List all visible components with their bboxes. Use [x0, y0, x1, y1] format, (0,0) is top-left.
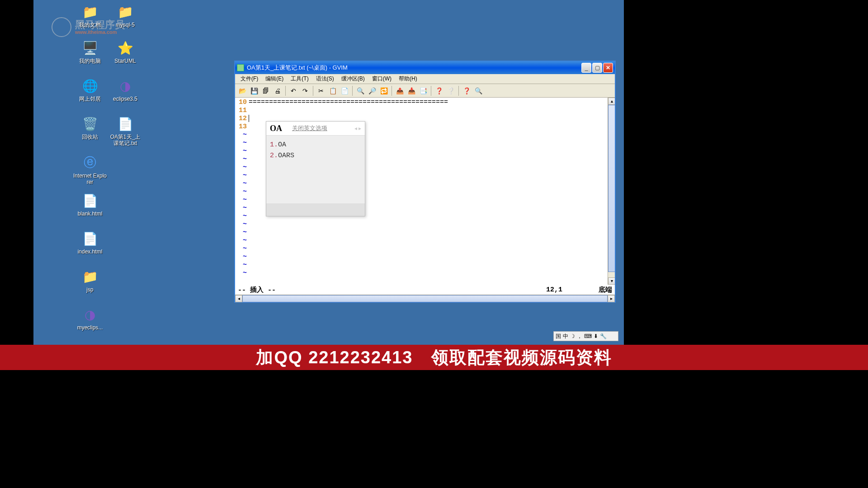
- menu-item[interactable]: 语法(S): [312, 74, 338, 84]
- icon-label: Internet Explorer: [72, 173, 108, 185]
- desktop-icon-blank[interactable]: 📄blank.html: [72, 192, 108, 217]
- gvim-app-icon: [237, 64, 244, 71]
- icon-label: OA第1天_上课笔记.txt: [108, 134, 143, 146]
- hscroll-thumb[interactable]: [242, 295, 608, 302]
- toolbar-button[interactable]: 📑: [418, 85, 429, 96]
- minimize-button[interactable]: _: [581, 63, 591, 73]
- horizontal-scrollbar[interactable]: ◂ ▸: [235, 295, 615, 302]
- icon-label: index.html: [72, 249, 108, 255]
- toolbar-button[interactable]: 🔁: [378, 85, 389, 96]
- menu-item[interactable]: 文件(F): [237, 74, 262, 84]
- gvim-window: OA第1天_上课笔记.txt (~\桌面) - GVIM _ ▢ ✕ 文件(F)…: [234, 61, 616, 303]
- scroll-thumb[interactable]: [608, 105, 615, 272]
- ime-candidate-list[interactable]: 1.OA2.OARS: [266, 136, 365, 203]
- ime-bar-button[interactable]: ☽: [570, 333, 575, 339]
- toolbar-separator: [313, 86, 313, 96]
- toolbar-button[interactable]: 🔎: [367, 85, 377, 96]
- toolbar-button[interactable]: 📥: [406, 85, 417, 96]
- ime-bar-button[interactable]: 国: [556, 333, 561, 340]
- eclipse35-icon: ◑: [116, 77, 134, 95]
- desktop-icon-ie[interactable]: ⓔInternet Explorer: [72, 154, 108, 185]
- toolbar-button[interactable]: 🔍: [473, 85, 484, 96]
- staruml-icon: ⭐: [116, 39, 134, 57]
- toolbar-button[interactable]: 📤: [394, 85, 405, 96]
- editor-line[interactable]: ========================================…: [249, 99, 608, 107]
- toolbar-button[interactable]: 📂: [237, 85, 248, 96]
- ime-bar-button[interactable]: ⬇: [594, 333, 598, 339]
- blank-icon: 📄: [81, 192, 99, 210]
- icon-label: jsp: [72, 286, 108, 293]
- maximize-button[interactable]: ▢: [592, 63, 602, 73]
- icon-label: mysql-5: [108, 22, 143, 28]
- toolbar-separator: [458, 86, 459, 96]
- menubar: 文件(F)编辑(E)工具(T)语法(S)缓冲区(B)窗口(W)帮助(H): [235, 74, 615, 84]
- ime-hint-link[interactable]: 关闭英文选项: [292, 124, 327, 132]
- menu-item[interactable]: 帮助(H): [395, 74, 421, 84]
- editor-area[interactable]: 10111213~~~~~~~~~~~~~~~~~~ =============…: [235, 98, 615, 285]
- icon-label: myeclips...: [72, 324, 108, 331]
- scroll-right-button[interactable]: ▸: [608, 295, 615, 302]
- statusbar: -- 插入 -- 12,1 底端: [235, 285, 615, 295]
- promo-banner: 加QQ 2212232413 领取配套视频源码资料: [0, 345, 868, 370]
- icon-label: eclipse3.5: [108, 96, 143, 102]
- ime-bar-button[interactable]: ⌨: [584, 333, 592, 339]
- desktop-icon-mysql[interactable]: 📁mysql-5: [108, 3, 143, 28]
- ime-bar-button[interactable]: 🔧: [600, 333, 607, 339]
- toolbar-button[interactable]: 🗐: [260, 85, 271, 96]
- menu-item[interactable]: 窗口(W): [368, 74, 395, 84]
- desktop-icon-recycle[interactable]: 🗑️回收站: [72, 115, 108, 140]
- icon-label: blank.html: [72, 211, 108, 217]
- notes-icon: 📄: [116, 115, 134, 133]
- toolbar-button[interactable]: 🔍: [355, 85, 366, 96]
- toolbar-button[interactable]: ✂: [316, 85, 326, 96]
- desktop-icon-my-computer[interactable]: 🖥️我的电脑: [72, 39, 108, 64]
- toolbar-separator: [392, 86, 392, 96]
- ime-bar-button[interactable]: ，: [577, 333, 582, 340]
- menu-item[interactable]: 工具(T): [287, 74, 312, 84]
- my-computer-icon: 🖥️: [81, 39, 99, 57]
- ime-candidate[interactable]: 2.OARS: [270, 150, 361, 161]
- ime-status-bar[interactable]: 国中☽，⌨⬇🔧: [553, 331, 618, 341]
- ime-bar-button[interactable]: 中: [563, 333, 568, 340]
- ime-candidate[interactable]: 1.OA: [270, 139, 361, 150]
- toolbar-button[interactable]: 💾: [249, 85, 259, 96]
- scroll-up-button[interactable]: ▴: [608, 98, 615, 105]
- desktop-icon-staruml[interactable]: ⭐StarUML: [108, 39, 143, 64]
- toolbar-separator: [352, 86, 353, 96]
- desktop-icon-network[interactable]: 🌐网上邻居: [72, 77, 108, 102]
- vim-mode-indicator: -- 插入 --: [238, 286, 546, 294]
- ime-page-nav[interactable]: ◂ ▸: [354, 124, 361, 132]
- editor-line[interactable]: [249, 107, 608, 115]
- ime-popup[interactable]: OA 关闭英文选项 ◂ ▸ 1.OA2.OARS: [266, 121, 365, 216]
- network-icon: 🌐: [81, 77, 99, 95]
- toolbar-button[interactable]: 🖨: [272, 85, 283, 96]
- desktop-icon-index[interactable]: 📄index.html: [72, 230, 108, 255]
- desktop-icon-my-docs[interactable]: 📁我的文档: [72, 3, 108, 28]
- desktop-icon-jsp[interactable]: 📁jsp: [72, 267, 108, 293]
- toolbar-button[interactable]: ❓: [434, 85, 444, 96]
- toolbar-button[interactable]: 📄: [339, 85, 350, 96]
- scroll-down-button[interactable]: ▾: [608, 277, 615, 285]
- ime-composition: OA: [270, 124, 282, 132]
- toolbar-button[interactable]: ❔: [445, 85, 456, 96]
- window-title: OA第1天_上课笔记.txt (~\桌面) - GVIM: [247, 64, 581, 72]
- toolbar-button[interactable]: ❓: [461, 85, 472, 96]
- vertical-scrollbar[interactable]: ▴ ▾: [608, 98, 615, 285]
- editor-content[interactable]: ========================================…: [249, 98, 608, 285]
- toolbar-button[interactable]: ↶: [288, 85, 299, 96]
- desktop-icon-notes[interactable]: 📄OA第1天_上课笔记.txt: [108, 115, 143, 146]
- scroll-left-button[interactable]: ◂: [235, 295, 242, 302]
- toolbar-button[interactable]: 📋: [327, 85, 338, 96]
- toolbar-separator: [285, 86, 286, 96]
- my-docs-icon: 📁: [81, 3, 99, 21]
- mysql-icon: 📁: [116, 3, 134, 21]
- menu-item[interactable]: 缓冲区(B): [338, 74, 368, 84]
- toolbar-button[interactable]: ↷: [300, 85, 311, 96]
- desktop-icon-myeclipse[interactable]: ◑myeclips...: [72, 305, 108, 331]
- recycle-icon: 🗑️: [81, 115, 99, 133]
- titlebar[interactable]: OA第1天_上课笔记.txt (~\桌面) - GVIM _ ▢ ✕: [235, 61, 615, 74]
- menu-item[interactable]: 编辑(E): [262, 74, 287, 84]
- icon-label: 我的电脑: [72, 58, 108, 64]
- close-button[interactable]: ✕: [603, 63, 613, 73]
- desktop-icon-eclipse35[interactable]: ◑eclipse3.5: [108, 77, 143, 102]
